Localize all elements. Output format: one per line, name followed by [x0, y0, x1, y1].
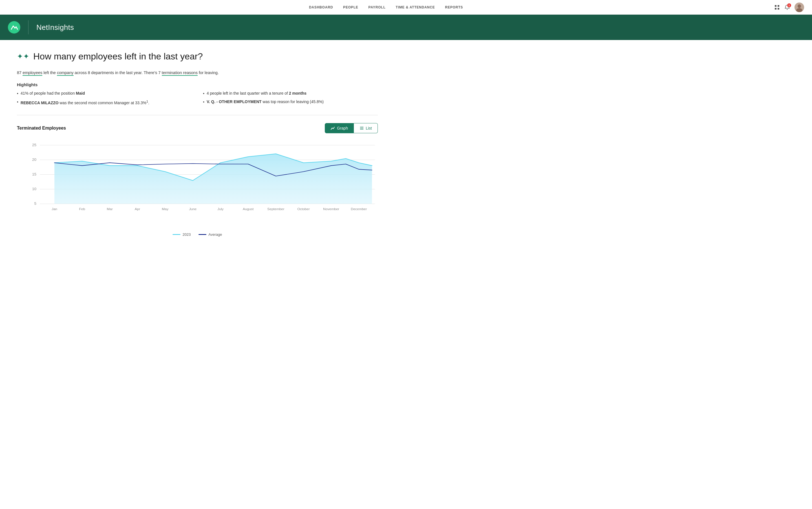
summary-text: 87 employees left the company across 8 d… — [17, 70, 378, 76]
brand-divider — [28, 20, 29, 34]
ai-sparkle-icon: ✦✦ — [17, 52, 29, 61]
brand-title: NetInsights — [36, 23, 74, 32]
highlight-text-4: V. Q. - OTHER EMPLOYMENT was top reason … — [207, 99, 324, 105]
chart-section: Terminated Employees Graph List — [17, 123, 378, 242]
company-underline: company — [57, 70, 73, 76]
highlights-title: Highlights — [17, 82, 378, 87]
list-toggle-button[interactable]: List — [354, 123, 378, 133]
highlight-item-2: • REBECCA MILAZZO was the second most co… — [17, 99, 192, 106]
svg-point-5 — [798, 4, 801, 8]
svg-text:20: 20 — [32, 158, 36, 162]
main-content: ✦✦ How many employees left in the last y… — [0, 40, 395, 253]
bullet-3: • — [203, 91, 205, 97]
svg-text:May: May — [162, 207, 168, 210]
summary-end: for leaving. — [199, 70, 219, 75]
svg-text:Apr: Apr — [135, 207, 140, 210]
legend-average: Average — [198, 232, 222, 237]
nav-reports[interactable]: REPORTS — [445, 5, 463, 9]
chart-container: 25 20 15 10 5 Jan Feb Mar Apr May June J… — [17, 140, 378, 230]
svg-text:June: June — [189, 207, 196, 210]
user-avatar[interactable] — [794, 3, 804, 12]
chart-line-icon — [331, 126, 335, 130]
svg-text:Feb: Feb — [79, 207, 85, 210]
highlight-text-3: 4 people left in the last quarter with a… — [207, 91, 307, 96]
nav-links: DASHBOARD PEOPLE PAYROLL TIME & ATTENDAN… — [8, 5, 764, 9]
section-divider — [17, 115, 378, 115]
page-title: How many employees left in the last year… — [33, 51, 203, 62]
nav-people[interactable]: PEOPLE — [343, 5, 358, 9]
highlight-item-4: • V. Q. - OTHER EMPLOYMENT was top reaso… — [203, 99, 378, 106]
graph-toggle-label: Graph — [337, 126, 348, 130]
termination-underline: termination reasons — [162, 70, 198, 76]
nav-payroll[interactable]: PAYROLL — [369, 5, 386, 9]
svg-text:5: 5 — [34, 202, 36, 206]
highlights-grid: • 41% of people had the position Maid • … — [17, 91, 378, 106]
notification-button[interactable]: 1 — [784, 4, 790, 10]
legend-2023: 2023 — [173, 232, 191, 237]
nav-time-attendance[interactable]: TIME & ATTENDANCE — [396, 5, 435, 9]
employees-underline: employees — [23, 70, 42, 76]
brand-bar: NetInsights — [0, 15, 812, 40]
highlight-text-2: REBECCA MILAZZO was the second most comm… — [21, 99, 149, 106]
logo-icon — [10, 23, 18, 32]
page-title-row: ✦✦ How many employees left in the last y… — [17, 51, 378, 62]
nav-dashboard[interactable]: DASHBOARD — [309, 5, 333, 9]
svg-text:10: 10 — [32, 187, 36, 191]
notification-badge: 1 — [787, 3, 791, 7]
list-icon — [360, 126, 364, 130]
nav-icons: 1 — [774, 3, 804, 12]
bullet-2: • — [17, 99, 18, 105]
highlight-item-3: • 4 people left in the last quarter with… — [203, 91, 378, 97]
svg-rect-2 — [775, 8, 777, 9]
bullet-1: • — [17, 91, 18, 97]
list-toggle-label: List — [366, 126, 372, 130]
highlights-section: Highlights • 41% of people had the posit… — [17, 82, 378, 106]
svg-text:Mar: Mar — [107, 207, 113, 210]
svg-text:November: November — [323, 207, 339, 210]
svg-text:July: July — [217, 207, 224, 210]
summary-mid: left the — [43, 70, 57, 75]
svg-text:December: December — [351, 207, 367, 210]
chart-header: Terminated Employees Graph List — [17, 123, 378, 133]
highlight-text-1: 41% of people had the position Maid — [21, 91, 85, 96]
svg-text:October: October — [297, 207, 310, 210]
view-toggle: Graph List — [325, 123, 378, 133]
svg-text:15: 15 — [32, 172, 36, 176]
highlight-item-1: • 41% of people had the position Maid — [17, 91, 192, 97]
svg-rect-3 — [778, 8, 779, 9]
top-navigation: DASHBOARD PEOPLE PAYROLL TIME & ATTENDAN… — [0, 0, 812, 15]
chart-title: Terminated Employees — [17, 126, 66, 131]
graph-toggle-button[interactable]: Graph — [325, 123, 354, 133]
bullet-4: • — [203, 99, 205, 105]
legend-line-2023 — [173, 234, 181, 235]
grid-icon — [774, 4, 780, 10]
summary-departments: across 8 departments in the last year. T… — [75, 70, 162, 75]
svg-rect-1 — [778, 5, 779, 7]
svg-text:25: 25 — [32, 143, 36, 147]
legend-average-label: Average — [208, 232, 222, 237]
svg-text:Jan: Jan — [52, 207, 57, 210]
employees-count: 87 — [17, 70, 22, 75]
legend-line-average — [198, 234, 207, 235]
legend-2023-label: 2023 — [182, 232, 191, 237]
svg-text:September: September — [267, 207, 284, 210]
brand-logo — [8, 21, 20, 34]
svg-text:August: August — [243, 207, 254, 210]
avatar-image — [794, 3, 804, 12]
chart-legend: 2023 Average — [17, 232, 378, 237]
chart-svg: 25 20 15 10 5 Jan Feb Mar Apr May June J… — [28, 140, 378, 213]
svg-rect-0 — [775, 5, 777, 7]
grid-icon-button[interactable] — [774, 4, 780, 10]
